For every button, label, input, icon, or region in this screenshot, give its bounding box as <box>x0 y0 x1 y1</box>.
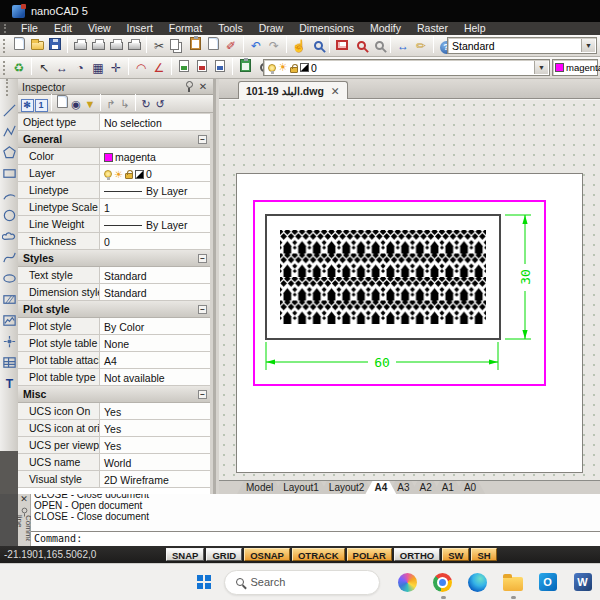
property-value[interactable]: Yes <box>100 403 210 419</box>
property-value[interactable]: Not available <box>100 369 210 385</box>
menu-raster[interactable]: Raster <box>409 22 456 35</box>
property-value[interactable]: Yes <box>100 437 210 453</box>
update-icon[interactable]: ↺ <box>153 98 167 112</box>
open-icon[interactable] <box>29 36 45 52</box>
collapse-icon[interactable]: − <box>198 135 207 144</box>
combo-dropdown-icon[interactable]: ▼ <box>581 39 595 52</box>
menubar-drag-handle-icon[interactable] <box>4 24 7 33</box>
menu-modify[interactable]: Modify <box>362 22 409 35</box>
undo-icon[interactable]: ↶ <box>248 38 264 54</box>
new-icon[interactable] <box>11 36 27 52</box>
property-value[interactable]: 2D Wireframe <box>100 471 210 487</box>
document-tab[interactable]: 101-19 البلد.dwg ✕ <box>238 81 348 99</box>
spline-tool[interactable] <box>1 249 17 265</box>
toggle-sh[interactable]: SH <box>471 548 496 561</box>
global-props-icon[interactable]: ◉ <box>69 98 83 112</box>
layout-tab-a4[interactable]: A4 <box>365 481 396 494</box>
menu-dimensions[interactable]: Dimensions <box>291 22 362 35</box>
menu-format[interactable]: Format <box>161 22 210 35</box>
apply-all-icon[interactable]: ↳ <box>118 98 132 112</box>
layout-tab-layout1[interactable]: Layout1 <box>274 481 328 494</box>
collapse-icon[interactable]: − <box>198 390 207 399</box>
quick-measure-icon[interactable]: ↔ <box>54 60 70 76</box>
copy-props-icon[interactable] <box>55 95 69 109</box>
toggle-otrack[interactable]: OTRACK <box>292 548 345 561</box>
pin-icon[interactable] <box>183 81 195 93</box>
dim-arc-icon[interactable]: ◠ <box>133 60 149 76</box>
edit-properties-icon[interactable] <box>205 36 221 52</box>
polygon-tool[interactable] <box>1 144 17 160</box>
toggle-sw[interactable]: SW <box>442 548 469 561</box>
pin-icon[interactable] <box>21 508 27 514</box>
point-tool[interactable] <box>1 333 17 349</box>
hatch-tool[interactable] <box>1 291 17 307</box>
close-icon[interactable]: ✕ <box>197 81 209 93</box>
script-icon[interactable]: ♻ <box>11 60 27 76</box>
menu-tools[interactable]: Tools <box>210 22 251 35</box>
property-value[interactable]: ☀0 <box>100 165 210 181</box>
menu-edit[interactable]: Edit <box>46 22 80 35</box>
command-history[interactable]: CLOSE - Close documentOPEN - Open docume… <box>31 494 600 531</box>
search-box[interactable]: Search <box>224 570 381 595</box>
select-cursor-icon[interactable]: ↖ <box>36 60 52 76</box>
chrome-icon[interactable] <box>430 569 456 595</box>
raster-image-tool[interactable] <box>1 312 17 328</box>
toggle-ortho[interactable]: ORTHO <box>394 548 440 561</box>
page-setup-icon[interactable] <box>126 36 142 52</box>
zoom-in-icon[interactable] <box>352 39 368 55</box>
paste-icon[interactable] <box>187 36 203 52</box>
property-value[interactable]: A4 <box>100 352 210 368</box>
property-value[interactable]: 0 <box>100 233 210 249</box>
ellipse-tool[interactable] <box>1 270 17 286</box>
file-explorer-icon[interactable] <box>500 569 526 595</box>
menu-draw[interactable]: Draw <box>251 22 292 35</box>
menu-insert[interactable]: Insert <box>119 22 161 35</box>
copy-icon[interactable] <box>169 38 185 54</box>
property-value[interactable]: magenta <box>100 148 210 164</box>
zoom-extents-icon[interactable]: ↔ <box>395 38 411 54</box>
combo-dropdown-icon[interactable]: ▼ <box>534 61 548 74</box>
notes-icon[interactable] <box>237 58 253 74</box>
toggle-polar[interactable]: POLAR <box>347 548 392 561</box>
text-tool[interactable]: T <box>1 375 17 391</box>
property-value[interactable]: None <box>100 335 210 351</box>
property-value[interactable]: World <box>100 454 210 470</box>
property-value[interactable]: By Color <box>100 318 210 334</box>
rectangle-tool[interactable] <box>1 165 17 181</box>
zoom-realtime-icon[interactable] <box>309 39 325 55</box>
sheet-blue-icon[interactable] <box>212 58 228 74</box>
text-style-combo[interactable]: Standard ▼ <box>447 37 597 54</box>
drawing-canvas[interactable]: 30 60 <box>219 99 600 480</box>
property-value[interactable]: By Layer <box>100 182 210 198</box>
arc-tool[interactable] <box>1 186 17 202</box>
toggle-osnap[interactable]: OSNAP <box>244 548 290 561</box>
command-prompt[interactable]: Command: <box>31 531 600 546</box>
toolbar-drag-handle-icon[interactable] <box>3 61 6 75</box>
print-icon[interactable] <box>72 36 88 52</box>
save-icon[interactable] <box>47 36 63 52</box>
ucs-move-icon[interactable]: ✛ <box>108 60 124 76</box>
toolbar-drag-handle-icon[interactable] <box>3 39 6 53</box>
cut-icon[interactable]: ✂ <box>151 38 167 54</box>
layout-tab-layout2[interactable]: Layout2 <box>320 481 374 494</box>
collapse-icon[interactable]: − <box>198 254 207 263</box>
outlook-icon[interactable]: O <box>535 569 561 595</box>
section-misc[interactable]: Misc− <box>18 386 210 403</box>
menu-file[interactable]: File <box>13 22 46 35</box>
print-preview-icon[interactable] <box>90 36 106 52</box>
indicator-icon[interactable]: ✻ <box>20 99 34 113</box>
word-icon[interactable]: W <box>570 569 596 595</box>
count-icon[interactable]: 1 <box>34 99 48 113</box>
batch-plot-icon[interactable] <box>108 36 124 52</box>
circle-tool[interactable] <box>1 207 17 223</box>
color-combo[interactable]: magenta <box>552 59 598 76</box>
collapse-icon[interactable]: − <box>198 305 207 314</box>
section-styles[interactable]: Styles− <box>18 250 210 267</box>
property-value[interactable]: Standard <box>100 267 210 283</box>
property-value[interactable]: Standard <box>100 284 210 300</box>
edge-icon[interactable] <box>465 569 491 595</box>
close-tab-icon[interactable]: ✕ <box>331 85 340 97</box>
dim-angle-icon[interactable]: ∠ <box>151 60 167 76</box>
menu-help[interactable]: Help <box>456 22 494 35</box>
line-tool[interactable] <box>1 102 17 118</box>
